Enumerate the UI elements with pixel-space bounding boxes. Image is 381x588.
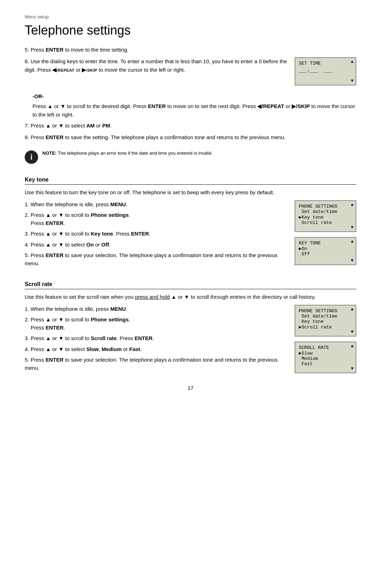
page-title: Telephone settings: [25, 23, 356, 38]
scrollrate-step1: 1. When the telephone is idle, press MEN…: [25, 305, 282, 313]
info-icon: i: [25, 150, 38, 164]
scrollrate-step5: 5. Press ENTER to save your selection. T…: [25, 356, 282, 372]
step8-text: Press ENTER to save the setting. The tel…: [31, 134, 286, 140]
page-number: 17: [25, 385, 356, 391]
scrollrate-step3: 3. Press ▲ or ▼ to scroll to Scroll rate…: [25, 334, 282, 342]
breadcrumb: Menu setup: [25, 14, 356, 19]
keytone-header: Key tone: [25, 177, 356, 185]
scrollrate-intro: Use this feature to set the scroll rate …: [25, 293, 356, 301]
keytone-step5: 5. Press ENTER to save your selection. T…: [25, 251, 282, 268]
step5-text: Press ENTER to move to the time setting.: [31, 47, 129, 53]
step7-text: Press ▲ or ▼ to select AM or PM.: [31, 123, 112, 129]
scrollrate-section: Scroll rate Use this feature to set the …: [25, 275, 356, 374]
scrollrate-lcd2: ▲ SCROLL RATE ▶Slow Medium Fast ▼: [295, 341, 356, 373]
keytone-step3: 3. Press ▲ or ▼ to scroll to Key tone. P…: [25, 230, 282, 238]
step8-num: 8.: [25, 134, 29, 140]
note-block: i NOTE: The telephone plays an error ton…: [25, 150, 356, 164]
scrollrate-lcd1: ▲ PHONE SETTINGS Set date/time Key tone …: [295, 305, 356, 337]
step7-num: 7.: [25, 123, 29, 129]
keytone-intro: Use this feature to turn the key tone on…: [25, 188, 356, 196]
step5-num: 5.: [25, 47, 29, 53]
keytone-section: Key tone Use this feature to turn the ke…: [25, 170, 356, 270]
set-time-lcd: ▲ SET TIME ___:___ ___ ▼: [295, 57, 356, 85]
keytone-step2: 2. Press ▲ or ▼ to scroll to Phone setti…: [25, 211, 282, 227]
step6-text: Use the dialing keys to enter the time. …: [25, 58, 287, 72]
keytone-lcd2: ▲ KEY TONE ▶On Off ▼: [295, 237, 356, 265]
scrollrate-step4: 4. Press ▲ or ▼ to select Slow, Medium o…: [25, 345, 282, 353]
note-text: NOTE: The telephone plays an error tone …: [42, 150, 213, 157]
scrollrate-step2: 2. Press ▲ or ▼ to scroll to Phone setti…: [25, 315, 282, 332]
keytone-lcd1: ▲ PHONE SETTINGS Set date/time ▶Key tone…: [295, 200, 356, 232]
step6-num: 6.: [25, 58, 29, 64]
or-label: -OR-: [32, 93, 356, 99]
or-text: Press ▲ or ▼ to scroll to the desired di…: [32, 102, 356, 119]
keytone-step1: 1. When the telephone is idle, press MEN…: [25, 200, 282, 208]
keytone-step4: 4. Press ▲ or ▼ to select On or Off.: [25, 240, 282, 249]
scrollrate-header: Scroll rate: [25, 281, 356, 289]
